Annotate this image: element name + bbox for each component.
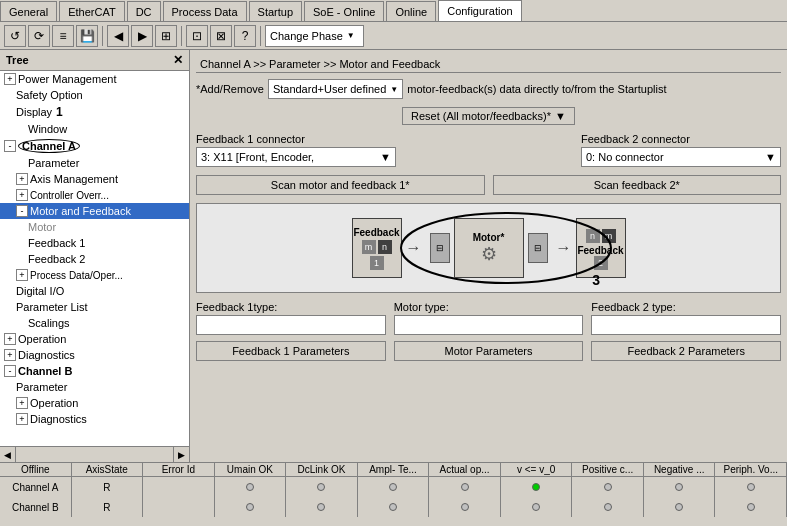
tree-item-channel-a[interactable]: - Channel A	[0, 137, 189, 155]
tree-item-controller[interactable]: + Controller Overr...	[0, 187, 189, 203]
feedback2-connector-select[interactable]: 0: No connector ▼	[581, 147, 781, 167]
add-remove-dropdown[interactable]: Standard+User defined ▼	[268, 79, 403, 99]
expand-icon[interactable]: +	[16, 269, 28, 281]
feedback2-type-input[interactable]	[591, 315, 781, 335]
scan-feedback-button[interactable]: Scan feedback 2*	[493, 175, 782, 195]
feedback2-params-button[interactable]: Feedback 2 Parameters	[591, 341, 781, 361]
tab-startup[interactable]: Startup	[249, 1, 302, 21]
main-area: Tree ✕ + Power Management Safety Option …	[0, 50, 787, 462]
tree-item-feedback2[interactable]: Feedback 2	[0, 251, 189, 267]
motor-type-input[interactable]	[394, 315, 584, 335]
expand-icon[interactable]: +	[16, 413, 28, 425]
led-icon	[675, 483, 683, 491]
forward-button[interactable]: ▶	[131, 25, 153, 47]
motor-block: Motor* ⚙	[454, 218, 524, 278]
refresh2-button[interactable]: ⟳	[28, 25, 50, 47]
tree-item-display[interactable]: Display 1	[0, 103, 189, 121]
expand-icon[interactable]: +	[4, 73, 16, 85]
feedback1-type-group: Feedback 1type:	[196, 301, 386, 335]
tree-item-diagnostics-b[interactable]: + Diagnostics	[0, 411, 189, 427]
tab-ethercat[interactable]: EtherCAT	[59, 1, 124, 21]
col-positive: Positive c...	[572, 463, 644, 476]
led-icon	[389, 503, 397, 511]
tree-item-motor-feedback[interactable]: - Motor and Feedback	[0, 203, 189, 219]
right-panel: Channel A >> Parameter >> Motor and Feed…	[190, 50, 787, 462]
expand-channel-b-icon[interactable]: -	[4, 365, 16, 377]
tab-dc[interactable]: DC	[127, 1, 161, 21]
motor-connector-right: ⊟	[528, 233, 548, 263]
tree-title: Tree	[6, 54, 29, 66]
tree-item-process-data[interactable]: + Process Data/Oper...	[0, 267, 189, 283]
led-icon	[389, 483, 397, 491]
tab-general[interactable]: General	[0, 1, 57, 21]
connector1-arrow-icon: ▼	[380, 151, 391, 163]
feedback1-connector-select[interactable]: 3: X11 [Front, Encoder, ▼	[196, 147, 396, 167]
channel-a-dclink	[286, 477, 358, 497]
expand-icon[interactable]: +	[16, 397, 28, 409]
expand-motor-icon[interactable]: -	[16, 205, 28, 217]
led-icon	[461, 503, 469, 511]
tree-item-scalings[interactable]: Scalings	[0, 315, 189, 331]
save-button[interactable]: 💾	[76, 25, 98, 47]
feedback1-type-input[interactable]	[196, 315, 386, 335]
tree-item-parameter-list[interactable]: Parameter List	[0, 299, 189, 315]
scroll-left-button[interactable]: ◀	[0, 447, 16, 463]
phase-arrow-icon: ▼	[347, 31, 355, 40]
tree-item-label: Diagnostics	[18, 349, 75, 361]
channel-b-umain	[215, 497, 287, 517]
tree-button[interactable]: ≡	[52, 25, 74, 47]
expand-icon[interactable]: +	[16, 189, 28, 201]
tree-item-safety-option[interactable]: Safety Option	[0, 87, 189, 103]
feedback2-connector-value: 0: No connector	[586, 151, 664, 163]
motor-type-label: Motor type:	[394, 301, 584, 313]
led-icon	[317, 483, 325, 491]
motor-icon: ⚙	[481, 243, 497, 265]
tree-item-window[interactable]: Window	[0, 121, 189, 137]
expand-icon[interactable]: +	[16, 173, 28, 185]
tree-close-button[interactable]: ✕	[173, 53, 183, 67]
expand-icon[interactable]: +	[4, 349, 16, 361]
net-button[interactable]: ⊡	[186, 25, 208, 47]
back-button[interactable]: ◀	[107, 25, 129, 47]
scroll-right-button[interactable]: ▶	[173, 447, 189, 463]
channel-a-oval: Channel A	[18, 139, 80, 153]
feedback1-connector-label: Feedback 1 connector	[196, 133, 396, 145]
col-error-id: Error Id	[143, 463, 215, 476]
tree-item-axis-management[interactable]: + Axis Management	[0, 171, 189, 187]
tree-item-label: Axis Management	[30, 173, 118, 185]
tree-item-power-management[interactable]: + Power Management	[0, 71, 189, 87]
refresh1-button[interactable]: ↺	[4, 25, 26, 47]
scroll-track	[16, 447, 173, 463]
scan-motor-button[interactable]: Scan motor and feedback 1*	[196, 175, 485, 195]
motor-params-button[interactable]: Motor Parameters	[394, 341, 584, 361]
info-button[interactable]: ⊠	[210, 25, 232, 47]
led-icon	[317, 503, 325, 511]
tree-item-label: Process Data/Oper...	[30, 270, 123, 281]
reset-button[interactable]: Reset (All motor/feedbacks)* ▼	[402, 107, 575, 125]
tree-item-parameter[interactable]: Parameter	[0, 155, 189, 171]
led-icon	[461, 483, 469, 491]
col-offline: Offline	[0, 463, 72, 476]
tab-soe-online[interactable]: SoE - Online	[304, 1, 384, 21]
question-button[interactable]: ?	[234, 25, 256, 47]
expand-channel-a-icon[interactable]: -	[4, 140, 16, 152]
motor-connector-left: ⊟	[430, 233, 450, 263]
tree-item-feedback1[interactable]: Feedback 1	[0, 235, 189, 251]
tab-online[interactable]: Online	[386, 1, 436, 21]
feedback1-params-button[interactable]: Feedback 1 Parameters	[196, 341, 386, 361]
tree-item-operation-b[interactable]: + Operation	[0, 395, 189, 411]
led-icon	[604, 503, 612, 511]
tree-item-label: Digital I/O	[16, 285, 64, 297]
tree-item-channel-b[interactable]: - Channel B	[0, 363, 189, 379]
tab-process-data[interactable]: Process Data	[163, 1, 247, 21]
tree-item-diagnostics-a[interactable]: + Diagnostics	[0, 347, 189, 363]
tree-item-digital-io[interactable]: Digital I/O	[0, 283, 189, 299]
tree-item-operation-a[interactable]: + Operation	[0, 331, 189, 347]
phase-dropdown[interactable]: Change Phase ▼	[265, 25, 364, 47]
tab-configuration[interactable]: Configuration	[438, 0, 521, 21]
expand-icon[interactable]: +	[4, 333, 16, 345]
channel-b-positive	[572, 497, 644, 517]
tree-item-motor[interactable]: Motor	[0, 219, 189, 235]
tree-item-parameter-b[interactable]: Parameter	[0, 379, 189, 395]
copy-button[interactable]: ⊞	[155, 25, 177, 47]
